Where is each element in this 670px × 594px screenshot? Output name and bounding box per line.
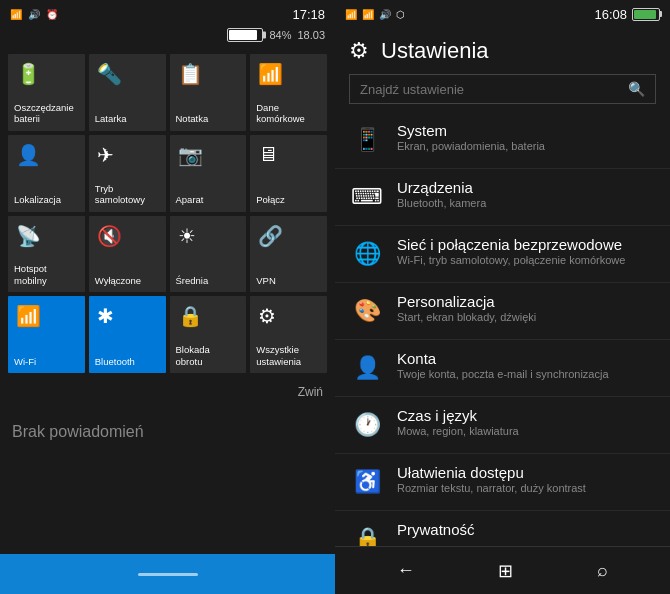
system-title: System (397, 122, 545, 139)
ulatwienia-settings-icon: ♿ (349, 464, 385, 500)
settings-gear-icon: ⚙ (349, 38, 369, 64)
urzadzenia-text: UrządzeniaBluetooth, kamera (397, 179, 486, 209)
wifi-status-icon: 🔊 (28, 9, 40, 20)
konta-text: KontaTwoje konta, poczta e-mail i synchr… (397, 350, 609, 380)
konta-title: Konta (397, 350, 609, 367)
tile-wszystkie[interactable]: ⚙Wszystkie ustawienia (250, 296, 327, 373)
right-time: 16:08 (594, 7, 627, 22)
blokada-label: Blokada obrotu (176, 344, 210, 367)
sim-icon: 📶 (10, 9, 22, 20)
prywatnosc-settings-icon: 🔒 (349, 521, 385, 546)
vpn-label: VPN (256, 275, 276, 286)
czas-settings-icon: 🕐 (349, 407, 385, 443)
tile-wylaczone[interactable]: 🔇Wyłączone (89, 216, 166, 293)
left-battery-bar (227, 28, 263, 42)
right-status-icons: 📶 📶 🔊 ⬡ (345, 9, 405, 20)
siec-text: Sieć i połączenia bezprzewodoweWi-Fi, tr… (397, 236, 625, 266)
ulatwienia-title: Ułatwienia dostępu (397, 464, 586, 481)
personalizacja-settings-icon: 🎨 (349, 293, 385, 329)
aparat-label: Aparat (176, 194, 204, 205)
personalizacja-text: PersonalizacjaStart, ekran blokady, dźwi… (397, 293, 536, 323)
czas-text: Czas i językMowa, region, klawiatura (397, 407, 519, 437)
dane-label: Dane komórkowe (256, 102, 305, 125)
tile-notatka[interactable]: 📋Notatka (170, 54, 247, 131)
bluetooth-icon: ✱ (97, 304, 114, 328)
czas-title: Czas i język (397, 407, 519, 424)
right-battery-fill (634, 10, 656, 19)
urzadzenia-settings-icon: ⌨ (349, 179, 385, 215)
personalizacja-title: Personalizacja (397, 293, 536, 310)
ulatwienia-text: Ułatwienia dostępuRozmiar tekstu, narrat… (397, 464, 586, 494)
wifi-icon: 📶 (16, 304, 41, 328)
settings-item-personalizacja[interactable]: 🎨PersonalizacjaStart, ekran blokady, dźw… (335, 283, 670, 340)
tile-polacz[interactable]: 🖥Połącz (250, 135, 327, 212)
siec-subtitle: Wi-Fi, tryb samolotowy, połączenie komór… (397, 254, 625, 266)
brak-powiadomien-text: Brak powiadomień (0, 403, 335, 461)
right-battery-bar (632, 8, 660, 21)
left-battery-percent: 84% (269, 29, 291, 41)
konta-subtitle: Twoje konta, poczta e-mail i synchroniza… (397, 368, 609, 380)
polacz-label: Połącz (256, 194, 285, 205)
czas-subtitle: Mowa, region, klawiatura (397, 425, 519, 437)
alarm-icon: ⏰ (46, 9, 58, 20)
left-status-bar: 📶 🔊 ⏰ 17:18 (0, 0, 335, 28)
settings-title: Ustawienia (381, 38, 489, 64)
srednia-label: Średnia (176, 275, 209, 286)
tile-vpn[interactable]: 🔗VPN (250, 216, 327, 293)
prywatnosc-text: Prywatność (397, 521, 475, 538)
settings-item-konta[interactable]: 👤KontaTwoje konta, poczta e-mail i synch… (335, 340, 670, 397)
right-bt-icon: ⬡ (396, 9, 405, 20)
left-battery-fill (229, 30, 257, 40)
left-panel: 📶 🔊 ⏰ 17:18 84% 18.03 🔋Oszczędzanie bate… (0, 0, 335, 594)
settings-item-urzadzenia[interactable]: ⌨UrządzeniaBluetooth, kamera (335, 169, 670, 226)
settings-item-czas[interactable]: 🕐Czas i językMowa, region, klawiatura (335, 397, 670, 454)
urzadzenia-subtitle: Bluetooth, kamera (397, 197, 486, 209)
tile-blokada[interactable]: 🔒Blokada obrotu (170, 296, 247, 373)
tile-latarka[interactable]: 🔦Latarka (89, 54, 166, 131)
tile-dane[interactable]: 📶Dane komórkowe (250, 54, 327, 131)
urzadzenia-title: Urządzenia (397, 179, 486, 196)
left-status-icons: 📶 🔊 ⏰ (10, 9, 58, 20)
wszystkie-label: Wszystkie ustawienia (256, 344, 301, 367)
wszystkie-icon: ⚙ (258, 304, 276, 328)
right-status-bar: 📶 📶 🔊 ⬡ 16:08 (335, 0, 670, 28)
tile-wifi[interactable]: 📶Wi-Fi (8, 296, 85, 373)
left-battery-row: 84% 18.03 (0, 28, 335, 46)
tile-hotspot[interactable]: 📡Hotspot mobilny (8, 216, 85, 293)
home-button[interactable]: ⊞ (486, 554, 525, 588)
search-button[interactable]: ⌕ (585, 554, 620, 587)
polacz-icon: 🖥 (258, 143, 278, 166)
settings-item-prywatnosc[interactable]: 🔒Prywatność (335, 511, 670, 546)
lokalizacja-label: Lokalizacja (14, 194, 61, 205)
tile-tryb[interactable]: ✈Tryb samolotowy (89, 135, 166, 212)
personalizacja-subtitle: Start, ekran blokady, dźwięki (397, 311, 536, 323)
hotspot-icon: 📡 (16, 224, 41, 248)
back-button[interactable]: ← (385, 554, 427, 587)
system-settings-icon: 📱 (349, 122, 385, 158)
bluetooth-label: Bluetooth (95, 356, 135, 367)
zwij-row: Zwiń (0, 381, 335, 403)
tile-lokalizacja[interactable]: 👤Lokalizacja (8, 135, 85, 212)
search-box[interactable]: 🔍 (349, 74, 656, 104)
settings-item-ulatwienia[interactable]: ♿Ułatwienia dostępuRozmiar tekstu, narra… (335, 454, 670, 511)
notatka-icon: 📋 (178, 62, 203, 86)
tile-aparat[interactable]: 📷Aparat (170, 135, 247, 212)
right-wifi-icon: 📶 (362, 9, 374, 20)
tryb-label: Tryb samolotowy (95, 183, 145, 206)
right-battery: 16:08 (594, 7, 660, 22)
zwij-button[interactable]: Zwiń (298, 385, 323, 399)
search-icon: 🔍 (628, 81, 645, 97)
wylaczone-label: Wyłączone (95, 275, 141, 286)
settings-item-system[interactable]: 📱SystemEkran, powiadomienia, bateria (335, 112, 670, 169)
tile-oszczedzanie[interactable]: 🔋Oszczędzanie baterii (8, 54, 85, 131)
settings-item-siec[interactable]: 🌐Sieć i połączenia bezprzewodoweWi-Fi, t… (335, 226, 670, 283)
tile-bluetooth[interactable]: ✱Bluetooth (89, 296, 166, 373)
bottom-indicator (138, 573, 198, 576)
siec-title: Sieć i połączenia bezprzewodowe (397, 236, 625, 253)
tiles-grid: 🔋Oszczędzanie baterii🔦Latarka📋Notatka📶Da… (0, 46, 335, 381)
search-input[interactable] (360, 82, 628, 97)
latarka-label: Latarka (95, 113, 127, 124)
tile-srednia[interactable]: ☀Średnia (170, 216, 247, 293)
aparat-icon: 📷 (178, 143, 203, 167)
konta-settings-icon: 👤 (349, 350, 385, 386)
